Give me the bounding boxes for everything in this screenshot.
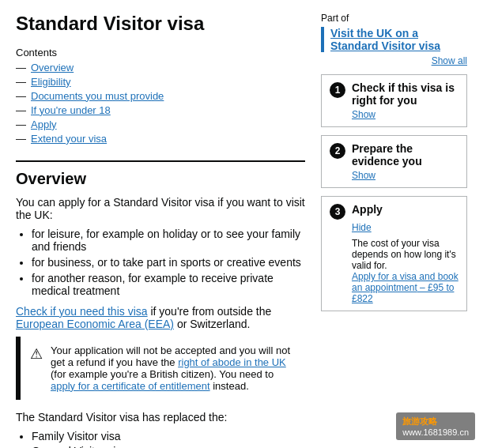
overview-intro: You can apply for a Standard Visitor vis…	[16, 196, 305, 221]
step-number-2: 2	[330, 143, 345, 159]
contents-list: Overview Eligibility Documents you must …	[16, 62, 305, 145]
main-content: Standard Visitor visa Contents Overview …	[16, 13, 305, 448]
bullet-business: for business, or to take part in sports …	[32, 256, 305, 269]
replaced-intro: The Standard Visitor visa has replaced t…	[16, 411, 305, 424]
step-toggle-3[interactable]: Hide	[352, 222, 458, 233]
contents-item-overview[interactable]: Overview	[16, 62, 305, 73]
step-title-2: Prepare the evidence you	[352, 142, 458, 168]
step-item-2: 2 Prepare the evidence you Show	[321, 135, 467, 188]
contents-item-apply[interactable]: Apply	[16, 119, 305, 130]
replaced-item-general: General Visitor visa	[32, 445, 305, 448]
part-of-label: Part of	[321, 13, 467, 24]
warning-text-middle: (for example you're a British citizen). …	[51, 368, 274, 380]
contents-link-documents[interactable]: Documents you must provide	[31, 90, 164, 102]
step-title-3: Apply	[352, 203, 458, 216]
part-of-link[interactable]: Visit the UK on a Standard Visitor visa	[321, 27, 467, 52]
step-number-1: 1	[330, 82, 345, 98]
warning-text-after: instead.	[210, 380, 249, 392]
overview-bullets: for leisure, for example on holiday or t…	[32, 228, 305, 297]
overview-heading: Overview	[16, 160, 305, 188]
contents-link-extend[interactable]: Extend your visa	[31, 133, 107, 145]
contents-link-apply[interactable]: Apply	[31, 119, 57, 130]
contents-item-extend[interactable]: Extend your visa	[16, 133, 305, 145]
step-title-1: Check if this visa is right for you	[352, 81, 458, 107]
right-abode-link[interactable]: right of abode in the UK	[178, 356, 286, 368]
contents-box: Contents Overview Eligibility Documents …	[16, 47, 305, 145]
eea-link-suffix: or Switzerland.	[174, 318, 250, 330]
contents-item-eligibility[interactable]: Eligibility	[16, 76, 305, 88]
certificate-link[interactable]: apply for a certificate of entitlement	[51, 380, 210, 392]
bullet-leisure: for leisure, for example on holiday or t…	[32, 228, 305, 253]
sidebar: Part of Visit the UK on a Standard Visit…	[321, 13, 467, 448]
step-header-2: 2 Prepare the evidence you	[330, 142, 458, 168]
show-all-link[interactable]: Show all	[321, 55, 467, 66]
step-content-text-3: The cost of your visa depends on how lon…	[352, 238, 456, 271]
contents-link-overview[interactable]: Overview	[31, 62, 74, 73]
step-item-3: 3 Apply Hide The cost of your visa depen…	[321, 196, 467, 311]
page-title: Standard Visitor visa	[16, 13, 305, 36]
replaced-item-family: Family Visitor visa	[32, 430, 305, 442]
apply-visa-link[interactable]: Apply for a visa and book an appointment…	[352, 271, 458, 304]
contents-link-under18[interactable]: If you're under 18	[31, 104, 111, 116]
check-link-paragraph: Check if you need this visa if you're fr…	[16, 305, 305, 330]
step-header-3: 3 Apply	[330, 203, 458, 220]
check-link-suffix: if you're from outside the	[148, 305, 272, 318]
warning-icon: ⚠	[30, 345, 43, 392]
warning-text: Your application will not be accepted an…	[51, 344, 296, 392]
eea-link[interactable]: European Economic Area (EEA)	[16, 318, 174, 330]
bullet-other: for another reason, for example to recei…	[32, 272, 305, 297]
step-item-1: 1 Check if this visa is right for you Sh…	[321, 74, 467, 127]
step-toggle-2[interactable]: Show	[352, 170, 458, 181]
step-number-3: 3	[330, 204, 345, 220]
contents-item-under18[interactable]: If you're under 18	[16, 104, 305, 116]
step-toggle-1[interactable]: Show	[352, 109, 458, 120]
step-content-3: The cost of your visa depends on how lon…	[352, 238, 458, 304]
contents-item-documents[interactable]: Documents you must provide	[16, 90, 305, 102]
check-visa-link[interactable]: Check if you need this visa	[16, 305, 148, 318]
warning-box: ⚠ Your application will not be accepted …	[16, 337, 305, 400]
replaced-list: Family Visitor visa General Visitor visa…	[32, 430, 305, 448]
contents-label: Contents	[16, 47, 305, 58]
step-header-1: 1 Check if this visa is right for you	[330, 81, 458, 107]
contents-link-eligibility[interactable]: Eligibility	[31, 76, 71, 88]
